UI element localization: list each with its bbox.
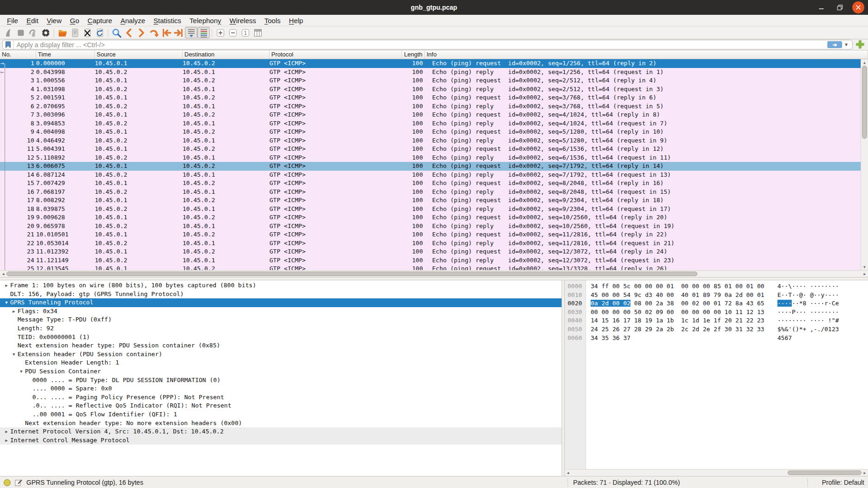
column-header-info[interactable]: Info [425,50,868,59]
menu-view[interactable]: View [43,16,66,25]
scroll-up-arrow-icon[interactable]: ▲ [861,59,868,66]
column-header-time[interactable]: Time [36,50,95,59]
packet-row-5[interactable]: 52.00159110.45.0.110.45.0.2GTP <ICMP>100… [0,93,861,102]
hex-bytes[interactable]: 24 25 26 27 28 29 2a 2b 2c 2d 2e 2f 30 3… [591,325,767,334]
menu-help[interactable]: Help [285,16,307,25]
detail-row[interactable]: ▶Internet Control Message Protocol [0,436,562,445]
menu-statistics[interactable]: Statistics [149,16,185,25]
packet-row-18[interactable]: 188.03987510.45.0.210.45.0.1GTP <ICMP>10… [0,205,861,214]
packet-row-1[interactable]: →10.00000010.45.0.110.45.0.2GTP <ICMP>10… [0,59,861,68]
hex-row-0040[interactable]: 004014 15 16 17 18 19 1a 1b 1c 1d 1e 1f … [565,316,868,325]
packet-list-vertical-scrollbar[interactable]: ▲ ▼ [861,59,868,270]
menu-analyze[interactable]: Analyze [116,16,149,25]
menu-capture[interactable]: Capture [83,16,116,25]
hex-bytes[interactable]: 00 00 00 00 50 02 09 00 00 00 00 00 10 1… [591,308,767,317]
hex-row-0020[interactable]: 00200a 2d 00 02 08 00 2a 38 00 02 00 01 … [565,299,868,308]
display-filter-input[interactable] [14,41,827,49]
detail-row[interactable]: ..00 0001 = QoS Flow Identifier (QFI): 1 [0,410,562,419]
column-header-length[interactable]: Length [402,50,425,59]
hex-row-0050[interactable]: 005024 25 26 27 28 29 2a 2b 2c 2d 2e 2f … [565,325,868,334]
menu-telephony[interactable]: Telephony [185,16,225,25]
menu-edit[interactable]: Edit [22,16,43,25]
hex-ascii[interactable]: E··T··@· @··y·-·· [777,291,839,300]
packet-row-25[interactable]: 2512.01354510.45.0.110.45.0.2GTP <ICMP>1… [0,265,861,270]
detail-row[interactable]: Next extension header type: PDU Session … [0,341,562,350]
packet-row-11[interactable]: 115.00439110.45.0.110.45.0.2GTP <ICMP>10… [0,145,861,154]
menu-go[interactable]: Go [66,16,83,25]
detail-row[interactable]: ▶Flags: 0x34 [0,307,562,316]
packet-row-9[interactable]: 94.00409810.45.0.110.45.0.2GTP <ICMP>100… [0,128,861,136]
file-save-button[interactable] [68,27,81,38]
apply-filter-button[interactable]: ➔ [827,41,842,48]
packet-row-7[interactable]: 73.00309610.45.0.110.45.0.2GTP <ICMP>100… [0,111,861,119]
detail-row[interactable]: .0.. .... = Reflective QoS Indicator (RQ… [0,402,562,410]
hex-ascii[interactable]: 4··\···· ········ [777,282,839,291]
hex-ascii[interactable]: 4567 [777,334,792,343]
packet-row-3[interactable]: 31.00055610.45.0.110.45.0.2GTP <ICMP>100… [0,76,861,85]
menu-wireless[interactable]: Wireless [226,16,261,25]
detail-row[interactable]: .... 0000 = Spare: 0x0 [0,384,562,393]
hex-horizontal-scroll-thumb[interactable] [788,470,862,475]
find-packet-button[interactable] [110,27,122,38]
file-open-button[interactable] [56,27,68,38]
colorize-button[interactable] [197,27,210,38]
packet-row-23[interactable]: 2311.01239210.45.0.110.45.0.2GTP <ICMP>1… [0,247,861,256]
detail-row[interactable]: DLT: 156, Payload: gtp (GPRS Tunneling P… [0,290,562,299]
menu-tools[interactable]: Tools [260,16,285,25]
detail-row[interactable]: ▼GPRS Tunneling Protocol [0,298,562,307]
column-header-protocol[interactable]: Protocol [269,50,402,59]
packet-row-22[interactable]: 2210.05301410.45.0.210.45.0.1GTP <ICMP>1… [0,239,861,248]
detail-row[interactable]: TEID: 0x00000001 (1) [0,333,562,342]
detail-row[interactable]: Next extension header type: No more exte… [0,419,562,428]
close-button[interactable] [852,1,864,13]
menu-file[interactable]: File [3,16,22,25]
expert-info-icon[interactable] [4,479,11,486]
detail-row[interactable]: ▼Extension header (PDU Session container… [0,350,562,359]
hex-row-0030[interactable]: 003000 00 00 00 50 02 09 00 00 00 00 00 … [565,308,868,317]
packet-row-16[interactable]: 167.06819710.45.0.210.45.0.1GTP <ICMP>10… [0,188,861,197]
hex-row-0010[interactable]: 001045 00 00 54 9c d3 40 00 40 01 89 79 … [565,291,868,300]
column-header-destination[interactable]: Destination [183,50,269,59]
expander-right-icon[interactable]: ▶ [3,281,10,290]
detail-row[interactable]: 0000 .... = PDU Type: DL PDU SESSION INF… [0,376,562,385]
packet-row-6[interactable]: 62.07069510.45.0.210.45.0.1GTP <ICMP>100… [0,102,861,111]
packet-row-4[interactable]: 41.03109810.45.0.210.45.0.1GTP <ICMP>100… [0,85,861,94]
filter-dropdown-caret[interactable]: ▼ [844,42,849,47]
zoom-in-button[interactable] [214,27,226,38]
expander-right-icon[interactable]: ▶ [10,307,18,316]
file-close-button[interactable] [81,27,93,38]
capture-stop-button[interactable] [14,27,27,38]
go-to-packet-button[interactable] [147,27,160,38]
hex-row-0000[interactable]: 000034 ff 00 5c 00 00 00 01 00 00 00 85 … [565,282,868,291]
hex-horizontal-scrollbar[interactable]: ◀ ▶ [565,469,868,476]
capture-comment-icon[interactable] [15,479,22,486]
hex-scroll-left-arrow-icon[interactable]: ◀ [565,469,571,476]
maximize-button[interactable] [834,1,846,13]
detail-row[interactable]: ▶Internet Protocol Version 4, Src: 10.45… [0,427,562,436]
detail-row[interactable]: 0... .... = Paging Policy Presence (PPP)… [0,393,562,402]
hex-ascii[interactable]: ····P··· ········ [777,308,839,317]
filter-bookmark-button[interactable] [3,40,14,49]
scroll-down-arrow-icon[interactable]: ▼ [861,264,868,270]
expander-right-icon[interactable]: ▶ [3,436,10,445]
hex-bytes[interactable]: 45 00 00 54 9c d3 40 00 40 01 89 79 0a 2… [591,291,767,300]
vertical-scroll-thumb[interactable] [862,66,867,139]
file-reload-button[interactable] [93,27,106,38]
hex-scroll-right-arrow-icon[interactable]: ▶ [862,469,868,476]
go-last-button[interactable] [172,27,185,38]
packet-row-2[interactable]: ←20.04399810.45.0.210.45.0.1GTP <ICMP>10… [0,68,861,77]
hex-bytes[interactable]: 34 35 36 37 [591,334,767,343]
packet-row-19[interactable]: 199.00962810.45.0.110.45.0.2GTP <ICMP>10… [0,213,861,222]
packet-row-14[interactable]: 146.08712410.45.0.210.45.0.1GTP <ICMP>10… [0,171,861,179]
hex-row-0060[interactable]: 006034 35 36 374567 [565,334,868,343]
packet-row-21[interactable]: 2110.01050110.45.0.110.45.0.2GTP <ICMP>1… [0,230,861,239]
expander-right-icon[interactable]: ▶ [3,427,10,436]
resize-columns-button[interactable] [251,27,264,38]
column-header-no[interactable]: No. [0,50,36,59]
detail-row[interactable]: ▶Frame 1: 100 bytes on wire (800 bits), … [0,281,562,290]
hex-ascii[interactable]: $%&'()*+ ,-./0123 [777,325,839,334]
scroll-left-arrow-icon[interactable]: ◀ [0,271,6,277]
hex-bytes[interactable]: 34 ff 00 5c 00 00 00 01 00 00 00 85 01 0… [591,282,767,291]
minimize-button[interactable] [815,1,827,13]
column-header-source[interactable]: Source [95,50,183,59]
